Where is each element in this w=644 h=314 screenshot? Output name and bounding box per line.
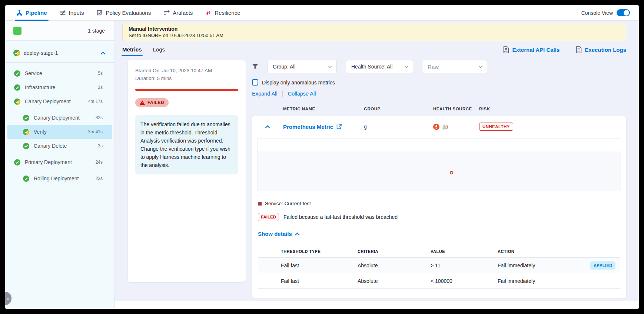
failed-outline-badge: FAILED	[258, 213, 279, 221]
step-duration: 2s	[98, 85, 103, 90]
tab-policy-evaluations[interactable]: Policy Evaluations	[96, 5, 151, 21]
step-verify[interactable]: Verify 3m 41s	[7, 125, 112, 139]
check-circle-icon	[14, 70, 20, 77]
checkbox-unchecked[interactable]	[252, 79, 258, 86]
top-navigation: Pipeline Inputs Policy Evaluations Artif…	[5, 5, 639, 21]
expand-collapse-row: Expand All | Collapse All	[252, 90, 626, 97]
main-content: Manual Intervention Set to IGNORE on 10-…	[115, 21, 639, 309]
anomalous-data-point[interactable]	[450, 171, 453, 174]
collapse-all-link[interactable]: Collapse All	[288, 91, 316, 97]
metric-chart	[257, 138, 621, 191]
col-value: VALUE	[431, 249, 498, 254]
group-filter-dropdown[interactable]: Group: All	[267, 60, 337, 73]
step-primary-deployment[interactable]: Primary Deployment 24s	[7, 155, 112, 169]
step-label: Canary Deployment	[34, 115, 80, 121]
failed-status-badge: FAILED	[135, 98, 169, 107]
step-rolling-deployment[interactable]: Rolling Deployment 23s	[7, 171, 112, 186]
horizontal-scrollbar-track[interactable]	[115, 301, 639, 309]
risk-badge-unhealthy: UNHEALTHY	[479, 123, 513, 131]
step-label: Verify	[34, 129, 47, 135]
console-view-toggle[interactable]	[617, 9, 630, 16]
threshold-value: > 11	[431, 263, 498, 268]
chevron-up-icon[interactable]	[252, 125, 283, 128]
verification-summary-card: Started On: Jul 10, 2023 10:47 AM Durati…	[128, 60, 246, 282]
tab-inputs[interactable]: Inputs	[60, 5, 84, 21]
external-api-calls-label: External API Calls	[512, 47, 560, 53]
toggle-knob	[624, 10, 629, 16]
threshold-type: Fail fast	[281, 278, 358, 284]
step-label: Primary Deployment	[25, 159, 72, 165]
threshold-action: Fail immediately	[498, 278, 590, 284]
chevron-down-icon	[404, 66, 408, 68]
duration: Duration: 5 mins	[135, 74, 238, 82]
health-source-value: pp	[442, 124, 448, 130]
view-tabs-row: Metrics Logs API External API Calls Exec…	[122, 46, 626, 56]
api-document-icon: API	[503, 46, 509, 53]
metric-row[interactable]: Prometheus Metric g pp UNHEAL	[252, 116, 626, 137]
stage-name: deploy-stage-1	[24, 50, 58, 56]
anomalous-metrics-label: Display only anomalous metrics	[262, 80, 335, 86]
threshold-criteria: Absolute	[358, 278, 431, 284]
started-on: Started On: Jul 10, 2023 10:47 AM	[135, 67, 238, 74]
health-source-filter-dropdown[interactable]: Health Source: All	[346, 60, 413, 73]
policy-check-icon	[96, 10, 103, 16]
banner-subtitle: Set to IGNORE on 10-Jul-2023 10:50:51 AM	[129, 33, 620, 38]
execution-logs-link[interactable]: Execution Logs	[576, 46, 626, 53]
failed-status-label: FAILED	[147, 100, 164, 105]
step-duration: 32s	[96, 115, 103, 120]
external-api-calls-link[interactable]: API External API Calls	[503, 46, 560, 53]
applied-badge: APPLIED	[590, 261, 615, 270]
threshold-table-header: THRESHOLD TYPE CRITERIA VALUE ACTION	[258, 245, 620, 258]
step-canary-deployment[interactable]: Canary Deployment 32s	[7, 111, 112, 125]
divider: |	[282, 90, 283, 97]
threshold-table: THRESHOLD TYPE CRITERIA VALUE ACTION Fai…	[258, 245, 620, 289]
show-details-toggle[interactable]: Show details	[258, 231, 626, 237]
stage-count: 1 stage	[88, 28, 105, 34]
col-threshold-type: THRESHOLD TYPE	[281, 249, 358, 254]
step-service[interactable]: Service 5s	[7, 66, 112, 80]
warning-check-circle-icon	[23, 129, 29, 135]
threshold-value: < 100000	[431, 278, 498, 284]
tab-artifacts[interactable]: Artifacts	[163, 5, 193, 21]
tab-metrics[interactable]: Metrics	[122, 46, 142, 56]
warning-triangle-icon	[140, 100, 145, 105]
col-action: ACTION	[498, 249, 590, 254]
step-label: Infrastructure	[25, 84, 55, 90]
step-duration: 4m 17s	[88, 99, 103, 104]
anomalous-metrics-checkbox-row[interactable]: Display only anomalous metrics	[252, 79, 626, 86]
check-circle-icon	[23, 143, 29, 149]
stage-header-deploy-stage-1[interactable]: deploy-stage-1	[5, 41, 114, 62]
tab-resilience[interactable]: Resilience	[205, 5, 240, 21]
prometheus-metric-card: Prometheus Metric g pp UNHEAL	[252, 116, 626, 298]
svg-text:API: API	[504, 50, 508, 53]
step-duration: 5s	[98, 71, 103, 76]
pipeline-icon	[16, 10, 23, 16]
check-circle-icon	[23, 176, 29, 182]
step-duration: 23s	[96, 176, 103, 181]
filter-funnel-icon	[252, 64, 258, 70]
tab-logs[interactable]: Logs	[153, 46, 165, 56]
chevron-up-icon[interactable]	[100, 51, 106, 55]
chevron-down-icon	[328, 66, 332, 68]
stage-status-square[interactable]	[13, 27, 21, 35]
divider	[5, 62, 114, 63]
health-source-filter-value: Health Source: All	[351, 64, 392, 70]
raw-filter-dropdown[interactable]: Raw	[422, 60, 487, 73]
step-canary-delete[interactable]: Canary Delete 3s	[7, 139, 112, 153]
threshold-action: Fail immediately	[498, 263, 590, 268]
col-group: GROUP	[364, 107, 433, 111]
metric-name-link[interactable]: Prometheus Metric	[283, 124, 364, 130]
threshold-row-2: Fail fast Absolute < 100000 Fail immedia…	[258, 273, 620, 289]
col-risk: RISK	[479, 107, 626, 111]
document-icon	[576, 46, 582, 53]
legend-square-icon	[258, 202, 262, 206]
tab-inputs-label: Inputs	[69, 10, 84, 16]
legend-label: Service: Current-test	[265, 201, 311, 206]
tab-pipeline[interactable]: Pipeline	[16, 5, 47, 21]
step-infrastructure[interactable]: Infrastructure 2s	[7, 80, 112, 94]
group-filter-value: Group: All	[273, 64, 295, 70]
manual-intervention-banner: Manual Intervention Set to IGNORE on 10-…	[122, 23, 626, 41]
step-canary-deployment-group[interactable]: Canary Deployment 4m 17s	[7, 94, 112, 108]
expand-all-link[interactable]: Expand All	[252, 91, 278, 97]
execution-sidebar: 1 stage deploy-stage-1 Service 5s Infras…	[5, 21, 115, 309]
